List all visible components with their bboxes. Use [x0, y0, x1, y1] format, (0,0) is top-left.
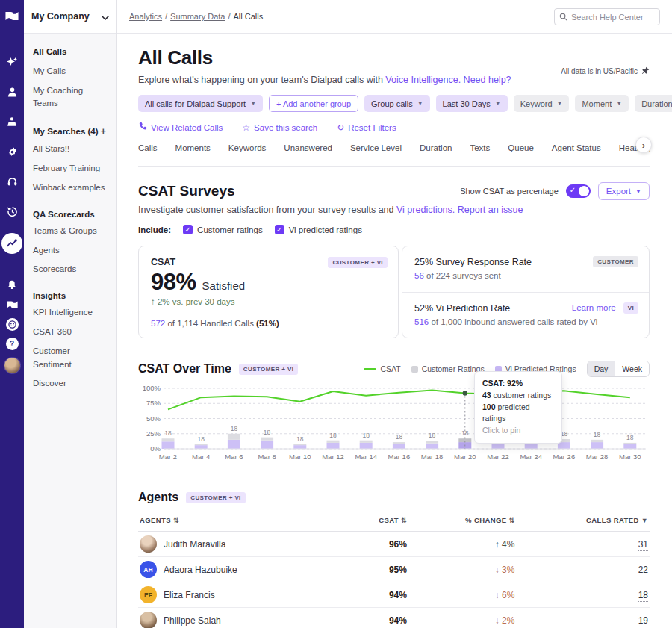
checkbox-customer-ratings[interactable]: ✓Customer ratings	[183, 225, 263, 234]
dialpad-app-icon[interactable]	[5, 298, 19, 311]
company-name: My Company	[31, 11, 90, 22]
tab-calls[interactable]: Calls	[138, 143, 158, 166]
contacts-icon[interactable]	[5, 85, 19, 99]
history-icon[interactable]	[5, 205, 19, 218]
company-selector[interactable]: My Company	[24, 0, 116, 34]
calls-rated-value[interactable]: 18	[638, 590, 648, 602]
calls-rated-value[interactable]: 31	[638, 539, 648, 551]
filter-chip-label: All calls for Dialpad Support	[145, 99, 246, 108]
agent-row-adaora-hazubuike[interactable]: AHAdaora Hazubuike95%↓ 3%22	[138, 557, 650, 582]
sidebar-item-february-training[interactable]: February Training	[24, 159, 116, 178]
toggle-label: Show CSAT as percentage	[460, 187, 559, 196]
vi-rated-link[interactable]: 516	[414, 317, 429, 326]
column-header-calls-rated[interactable]: CALLS RATED▼	[516, 512, 650, 532]
sidebar-item-teams-groups[interactable]: Teams & Groups	[24, 222, 116, 241]
save-this-search-link[interactable]: ☆Save this search	[242, 122, 317, 133]
svg-text:Mar 4: Mar 4	[192, 453, 210, 461]
export-button[interactable]: Export ▼	[598, 182, 650, 200]
agent-row-judith-maravilla[interactable]: Judith Maravilla96%↑ 4%31	[138, 532, 650, 557]
tab-keywords[interactable]: Keywords	[228, 143, 267, 166]
notifications-bell-icon[interactable]	[5, 278, 19, 291]
filter-chip-keyword[interactable]: Keyword▼	[514, 95, 570, 112]
chevron-down-icon: ▼	[417, 100, 423, 107]
svg-text:Mar 20: Mar 20	[454, 453, 476, 461]
range-option-day[interactable]: Day	[588, 361, 615, 376]
sidebar-item-agents[interactable]: Agents	[24, 241, 116, 261]
filter-chip-all-calls-for-dialpad-support[interactable]: All calls for Dialpad Support▼	[138, 95, 263, 112]
handled-calls-link[interactable]: 572	[151, 319, 165, 328]
analytics-icon[interactable]	[1, 233, 22, 254]
sidebar-item-customer-sentiment[interactable]: Customer Sentiment	[24, 342, 116, 375]
sidebar-item-kpi-intelligence[interactable]: KPI Intelligence	[24, 303, 116, 323]
pin-icon[interactable]	[641, 66, 650, 76]
filter-chip-add-another-group[interactable]: + Add another group	[269, 95, 358, 112]
reset-filters-link[interactable]: ↻Reset Filters	[337, 122, 396, 133]
user-avatar[interactable]	[4, 357, 21, 374]
calls-rated-value[interactable]: 22	[638, 565, 648, 576]
tab-service-level[interactable]: Service Level	[350, 143, 402, 166]
search-icon	[559, 10, 567, 24]
calls-rated-value[interactable]: 19	[638, 615, 648, 627]
sidebar-item-scorecards[interactable]: Scorecards	[24, 260, 116, 279]
svg-text:18: 18	[197, 435, 205, 443]
column-header-agents[interactable]: AGENTS⇅	[138, 512, 344, 532]
surveys-link[interactable]: 56	[414, 271, 424, 280]
agent-calls-rated-cell: 31	[516, 532, 650, 557]
breadcrumb-analytics[interactable]: Analytics	[129, 12, 162, 21]
tab-agent-status[interactable]: Agent Status	[552, 143, 601, 166]
learn-more-link[interactable]: Learn more	[572, 303, 616, 312]
tab-texts[interactable]: Texts	[470, 143, 490, 166]
column-header-change[interactable]: % CHANGE⇅	[408, 512, 516, 532]
action-label: Reset Filters	[348, 123, 396, 132]
add-search-button[interactable]: +	[99, 125, 108, 137]
voice-intelligence-link[interactable]: Voice Intelligence.	[385, 75, 461, 85]
svg-text:Mar 14: Mar 14	[355, 453, 377, 461]
tab-moments[interactable]: Moments	[175, 143, 211, 166]
settings-gear-icon[interactable]	[5, 145, 19, 158]
support-icon[interactable]	[6, 318, 19, 331]
sidebar-item-all-calls[interactable]: All Calls	[24, 43, 116, 62]
tab-duration[interactable]: Duration	[420, 143, 452, 166]
filter-chip-group-calls[interactable]: Group calls▼	[364, 95, 430, 112]
breadcrumb-summary-data[interactable]: Summary Data	[170, 12, 225, 21]
sidebar-item-my-coaching-teams[interactable]: My Coaching Teams	[24, 81, 116, 114]
sidebar-item-all-stars[interactable]: All Stars!!	[24, 140, 116, 159]
sort-icon: ⇅	[508, 517, 514, 524]
headset-icon[interactable]	[5, 175, 19, 188]
agent-change-cell: ↓ 6%	[408, 582, 516, 608]
search-input[interactable]	[571, 13, 653, 22]
tabs-bar: CallsMomentsKeywordsUnansweredService Le…	[138, 143, 650, 167]
view-related-calls-link[interactable]: View Related Calls	[138, 122, 223, 133]
chevron-down-icon: ▼	[635, 188, 641, 195]
sidebar-item-my-calls[interactable]: My Calls	[24, 62, 116, 81]
dialpad-logo-icon[interactable]	[5, 9, 19, 22]
chevron-down-icon: ▼	[616, 100, 622, 107]
vi-predictions-link[interactable]: Vi predictions.	[396, 205, 455, 215]
sidebar: My Company All CallsMy CallsMy Coaching …	[24, 0, 117, 628]
agent-csat-cell: 95%	[344, 557, 408, 582]
svg-text:18: 18	[231, 425, 238, 432]
action-label: View Related Calls	[151, 123, 223, 132]
filter-chip-duration[interactable]: Duration▼	[635, 95, 672, 112]
report-issue-link[interactable]: Report an issue	[458, 205, 523, 215]
csat-percentage-toggle[interactable]: ✓	[566, 184, 591, 198]
change-value: ↓ 6%	[495, 590, 515, 600]
tab-queue[interactable]: Queue	[508, 143, 534, 166]
column-header-csat[interactable]: CSAT⇅	[344, 512, 408, 532]
range-option-week[interactable]: Week	[615, 361, 649, 376]
filter-chip-last-30-days[interactable]: Last 30 Days▼	[436, 95, 508, 112]
tabs-scroll-right-button[interactable]: ›	[635, 137, 652, 153]
ai-sparkles-icon[interactable]	[5, 55, 19, 69]
checkbox-vi-predicted-ratings[interactable]: ✓Vi predicted ratings	[275, 225, 362, 234]
coaching-icon[interactable]	[5, 115, 19, 128]
sidebar-item-csat-360[interactable]: CSAT 360	[24, 323, 116, 342]
sidebar-item-winback-examples[interactable]: Winback examples	[24, 178, 116, 198]
page-subtitle: Explore what's happening on your team's …	[138, 75, 650, 85]
help-question-icon[interactable]: ?	[6, 338, 19, 350]
filter-chip-moment[interactable]: Moment▼	[575, 95, 629, 112]
sidebar-item-discover[interactable]: Discover	[24, 374, 116, 394]
need-help-link[interactable]: Need help?	[464, 75, 511, 85]
agent-row-eliza-francis[interactable]: EFEliza Francis94%↓ 6%18	[138, 582, 650, 608]
tab-unanswered[interactable]: Unanswered	[284, 143, 332, 166]
agent-row-philippe-salah[interactable]: Philippe Salah94%↓ 2%19	[138, 608, 650, 628]
